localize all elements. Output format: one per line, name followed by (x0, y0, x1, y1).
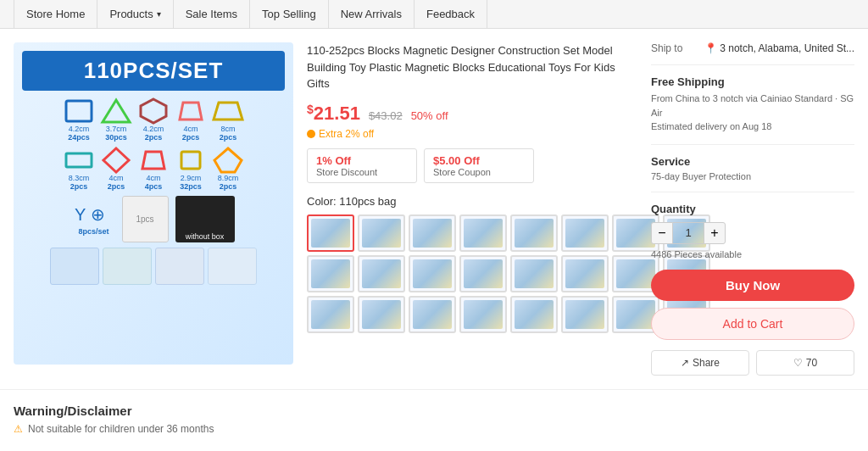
location-icon: 📍 (704, 42, 717, 54)
svg-rect-5 (66, 153, 92, 167)
color-swatch-10[interactable] (409, 255, 456, 292)
like-count: 70 (806, 357, 817, 369)
warning-detail: Not suitable for children under 36 month… (28, 423, 214, 435)
svg-marker-6 (103, 148, 129, 172)
free-shipping-label: Free Shipping (651, 75, 854, 88)
action-row: ↗ Share ♡ 70 (651, 350, 854, 376)
like-button[interactable]: ♡ 70 (756, 350, 854, 376)
svg-marker-9 (214, 148, 242, 172)
product-details: 110-252pcs Blocks Magnetic Designer Cons… (307, 42, 637, 376)
chevron-down-icon: ▾ (157, 9, 161, 19)
svg-marker-4 (214, 103, 242, 120)
ship-detail-line2: Estimated delivery on Aug 18 (651, 120, 854, 134)
service-label: Service (651, 155, 854, 168)
color-swatch-4[interactable] (510, 214, 558, 252)
warning-text: ⚠ Not suitable for children under 36 mon… (14, 423, 854, 435)
price-original: $43.02 (369, 109, 403, 122)
warning-icon: ⚠ (14, 423, 23, 435)
qty-increase-button[interactable]: + (704, 222, 726, 244)
color-swatch-0[interactable] (307, 214, 354, 252)
price-symbol: $ (307, 103, 314, 116)
qty-value: 1 (673, 222, 704, 244)
color-swatch-18[interactable] (409, 296, 456, 333)
coupon-box-1: $5.00 OffStore Coupon (424, 148, 534, 183)
price-integer: 21 (314, 103, 334, 124)
qty-label: Quantity (651, 203, 854, 215)
product-image-box: 110PCS/SET 4.2cm24pcs 3.7cm30pcs (14, 42, 293, 365)
svg-rect-8 (181, 152, 200, 169)
coupon-row: 1% OffStore Discount$5.00 OffStore Coupo… (307, 148, 637, 183)
color-swatch-11[interactable] (459, 255, 507, 292)
nav-item-store-home[interactable]: Store Home (14, 0, 97, 28)
color-swatches (307, 214, 637, 333)
sidebar: Ship to 📍 3 notch, Alabama, United St...… (651, 42, 854, 376)
price-decimal: .51 (334, 103, 360, 124)
color-label: Color: 110pcs bag (307, 195, 637, 208)
coupon-amount-0: 1% Off (316, 154, 408, 167)
ship-detail: From China to 3 notch via Cainiao Standa… (651, 92, 854, 145)
color-swatch-5[interactable] (561, 214, 609, 252)
ship-row: Ship to 📍 3 notch, Alabama, United St... (651, 42, 854, 65)
coupon-box-0: 1% OffStore Discount (307, 148, 417, 183)
color-swatch-12[interactable] (510, 255, 558, 292)
nav-item-products[interactable]: Products▾ (97, 0, 173, 28)
price-current: $21.51 (307, 103, 360, 125)
heart-icon: ♡ (793, 357, 803, 369)
color-swatch-13[interactable] (561, 255, 609, 292)
nav-item-new-arrivals[interactable]: New Arrivals (329, 0, 415, 28)
coupon-amount-1: $5.00 Off (433, 154, 525, 167)
price-off-label: 50% off (411, 109, 448, 122)
warning-title: Warning/Disclaimer (14, 404, 854, 418)
product-title: 110-252pcs Blocks Magnetic Designer Cons… (307, 42, 637, 92)
color-swatch-21[interactable] (561, 296, 609, 333)
ship-detail-line1: From China to 3 notch via Cainiao Standa… (651, 92, 854, 120)
coupon-label-0: Store Discount (316, 167, 408, 177)
qty-available: 4486 Pieces available (651, 249, 854, 259)
share-label: Share (693, 357, 720, 369)
qty-decrease-button[interactable]: − (651, 222, 673, 244)
product-banner: 110PCS/SET (22, 51, 285, 91)
buy-now-button[interactable]: Buy Now (651, 270, 854, 301)
color-label-text: Color: (307, 195, 337, 208)
color-swatch-20[interactable] (510, 296, 558, 333)
extra-off-row: Extra 2% off (307, 128, 637, 140)
navigation: Store HomeProducts▾Sale ItemsTop Selling… (0, 0, 868, 29)
svg-rect-0 (66, 101, 92, 121)
svg-marker-7 (142, 152, 164, 169)
add-to-cart-button[interactable]: Add to Cart (651, 308, 854, 340)
ship-dest: 📍 3 notch, Alabama, United St... (704, 42, 854, 54)
svg-marker-2 (141, 99, 166, 123)
ship-label: Ship to (651, 42, 682, 54)
coupon-label-1: Store Coupon (433, 167, 525, 177)
color-value: 110pcs bag (339, 195, 396, 208)
svg-marker-1 (103, 100, 130, 122)
share-icon: ↗ (681, 357, 689, 369)
color-swatch-19[interactable] (459, 296, 507, 333)
color-swatch-2[interactable] (409, 214, 456, 252)
qty-control: − 1 + (651, 222, 854, 244)
color-swatch-1[interactable] (358, 214, 405, 252)
color-swatch-9[interactable] (358, 255, 405, 292)
svg-text:Y ⊕: Y ⊕ (75, 205, 105, 224)
color-swatch-8[interactable] (307, 255, 354, 292)
price-row: $21.51 $43.02 50% off (307, 103, 637, 125)
warning-section: Warning/Disclaimer ⚠ Not suitable for ch… (0, 389, 868, 448)
color-swatch-16[interactable] (307, 296, 354, 333)
color-swatch-3[interactable] (459, 214, 507, 252)
service-detail: 75-day Buyer Protection (651, 171, 854, 192)
extra-off-label: Extra 2% off (319, 128, 374, 140)
color-swatch-17[interactable] (358, 296, 405, 333)
nav-item-feedback[interactable]: Feedback (415, 0, 487, 28)
nav-item-sale-items[interactable]: Sale Items (174, 0, 250, 28)
svg-marker-3 (180, 103, 202, 120)
nav-item-top-selling[interactable]: Top Selling (250, 0, 329, 28)
extra-off-dot (307, 130, 315, 138)
product-image-section: 110PCS/SET 4.2cm24pcs 3.7cm30pcs (14, 42, 293, 376)
ship-dest-text: 3 notch, Alabama, United St... (720, 42, 854, 54)
share-button[interactable]: ↗ Share (651, 350, 749, 376)
